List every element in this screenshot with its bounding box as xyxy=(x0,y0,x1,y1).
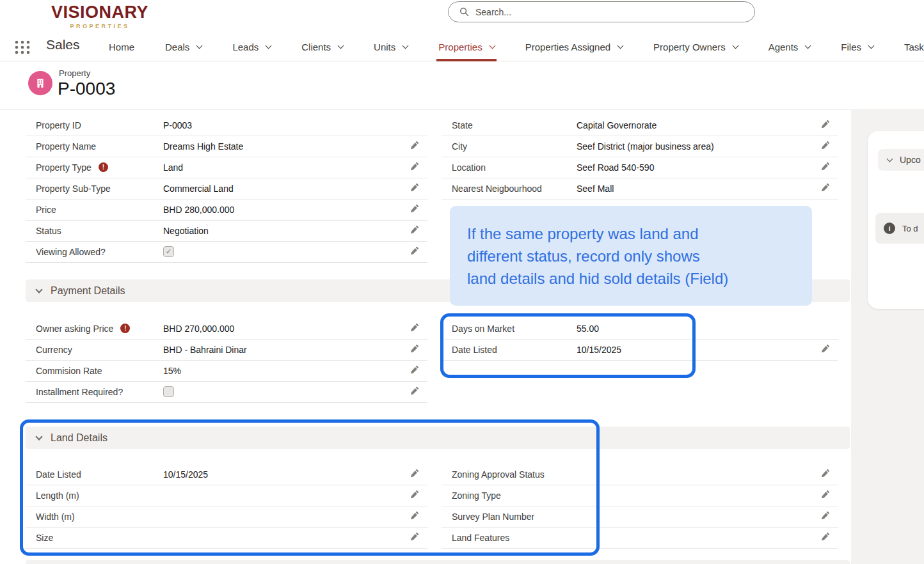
field-label: Property Name xyxy=(36,141,163,157)
field-value: Seef Mall xyxy=(577,183,614,194)
chevron-down-icon xyxy=(35,433,42,440)
edit-pencil-icon[interactable] xyxy=(410,344,419,354)
edit-pencil-icon[interactable] xyxy=(410,225,419,235)
edit-pencil-icon[interactable] xyxy=(821,469,830,479)
checkbox-unchecked[interactable] xyxy=(163,386,174,397)
field-row: Zoning Type xyxy=(442,485,838,506)
nav-tab-clients[interactable]: Clients xyxy=(301,32,343,61)
field-value: Negotiation xyxy=(163,225,209,237)
edit-pencil-icon[interactable] xyxy=(821,183,830,193)
chevron-down-icon xyxy=(805,42,811,49)
company-logo: VISIONARY PROPERTIES xyxy=(49,3,151,29)
annotation-line: land details and hid sold details (Field… xyxy=(467,267,797,290)
nav-tab-properties-assigned[interactable]: Properties Assigned xyxy=(525,32,623,61)
task-label: To d xyxy=(902,224,918,233)
nav-tab-tasks[interactable]: Tasks xyxy=(904,32,924,61)
field-row: Size xyxy=(26,528,427,549)
app-launcher-icon[interactable] xyxy=(14,39,31,56)
task-icon: i xyxy=(884,223,895,234)
field-label: Property Type! xyxy=(36,162,163,178)
edit-pencil-icon[interactable] xyxy=(821,511,830,521)
edit-pencil-icon[interactable] xyxy=(410,469,419,479)
edit-pencil-icon[interactable] xyxy=(410,141,419,151)
field-row: Date Listed10/15/2025 xyxy=(442,340,838,361)
field-label: Zoning Approval Status xyxy=(452,469,545,485)
field-value: Dreams High Estate xyxy=(163,141,243,152)
top-header: VISIONARY PROPERTIES xyxy=(0,0,924,32)
nav-tab-agents[interactable]: Agents xyxy=(769,32,811,61)
chevron-down-icon xyxy=(617,42,624,49)
chevron-down-icon xyxy=(887,156,893,162)
section-title: Land Details xyxy=(51,432,108,444)
field-row: LocationSeef Road 540-590 xyxy=(442,157,838,178)
required-info-icon: ! xyxy=(99,162,108,172)
field-label: Status xyxy=(36,225,163,241)
land-left-column: Date Listed10/15/2025Length (m)Width (m)… xyxy=(26,464,427,549)
field-row: CurrencyBHD - Bahraini Dinar xyxy=(26,340,427,361)
field-row: Length (m) xyxy=(26,485,427,506)
field-label: Nearest Neigbourhood xyxy=(452,183,545,199)
edit-pencil-icon[interactable] xyxy=(410,511,419,521)
nav-tab-home[interactable]: Home xyxy=(109,32,134,61)
field-label: Survey Plan Number xyxy=(452,511,545,527)
nav-tab-properties[interactable]: Properties xyxy=(438,32,494,61)
nav-tab-label: Files xyxy=(841,42,861,52)
edit-pencil-icon[interactable] xyxy=(821,141,830,151)
edit-pencil-icon[interactable] xyxy=(410,246,419,256)
section-title: Payment Details xyxy=(51,285,125,297)
section-header-land-details[interactable]: Land Details xyxy=(26,427,850,449)
field-label: Viewing Allowed? xyxy=(36,246,163,262)
nav-tab-label: Leads xyxy=(232,42,259,52)
field-label: Size xyxy=(36,532,163,548)
field-row: StateCapital Governorate xyxy=(442,115,838,136)
search-input[interactable] xyxy=(475,7,719,17)
field-row: Installment Required? xyxy=(26,382,427,403)
edit-pencil-icon[interactable] xyxy=(821,532,830,542)
nav-tab-deals[interactable]: Deals xyxy=(165,32,202,61)
annotation-note: If the same property was land and differ… xyxy=(450,206,812,306)
nav-tab-property-owners[interactable]: Property Owners xyxy=(653,32,738,61)
field-row: Property NameDreams High Estate xyxy=(26,136,427,157)
chevron-down-icon xyxy=(266,42,272,49)
payment-left-column: Owner asking Price!BHD 270,000.000Curren… xyxy=(26,318,427,403)
checkbox-checked[interactable]: ✓ xyxy=(163,246,174,257)
nav-tab-units[interactable]: Units xyxy=(374,32,408,61)
nav-tab-leads[interactable]: Leads xyxy=(232,32,271,61)
edit-pencil-icon[interactable] xyxy=(821,162,830,172)
nav-tabs: HomeDealsLeadsClientsUnitsPropertiesProp… xyxy=(109,32,924,61)
nav-tab-label: Properties Assigned xyxy=(525,42,610,52)
field-label: Date Listed xyxy=(36,469,163,485)
field-value: BHD - Bahraini Dinar xyxy=(163,344,247,356)
field-row: Commision Rate15% xyxy=(26,361,427,382)
edit-pencil-icon[interactable] xyxy=(410,365,419,375)
chevron-down-icon xyxy=(196,42,203,49)
edit-pencil-icon[interactable] xyxy=(410,204,419,214)
field-value: BHD 270,000.000 xyxy=(163,323,234,334)
task-item[interactable]: i To d xyxy=(875,213,924,244)
edit-pencil-icon[interactable] xyxy=(821,490,830,500)
field-row: StatusNegotiation xyxy=(26,221,427,242)
global-search[interactable] xyxy=(448,1,755,22)
app-name: Sales xyxy=(46,37,80,52)
logo-subtext: PROPERTIES xyxy=(49,23,151,29)
edit-pencil-icon[interactable] xyxy=(410,162,419,172)
edit-pencil-icon[interactable] xyxy=(821,344,830,354)
nav-tab-label: Tasks xyxy=(904,42,924,52)
field-value: 55.00 xyxy=(577,323,599,334)
chevron-down-icon xyxy=(35,286,42,293)
upcoming-label: Upco xyxy=(900,155,921,165)
edit-pencil-icon[interactable] xyxy=(821,120,830,130)
edit-pencil-icon[interactable] xyxy=(410,532,419,542)
edit-pencil-icon[interactable] xyxy=(410,183,419,193)
nav-tab-files[interactable]: Files xyxy=(841,32,873,61)
field-label: Width (m) xyxy=(36,511,163,527)
edit-pencil-icon[interactable] xyxy=(410,323,419,333)
field-row: Zoning Approval Status xyxy=(442,464,838,485)
field-row: Width (m) xyxy=(26,506,427,528)
edit-pencil-icon[interactable] xyxy=(410,490,419,500)
upcoming-overdue-toggle[interactable]: Upco xyxy=(878,149,924,171)
edit-pencil-icon[interactable] xyxy=(410,386,419,396)
field-row: Property Type!Land xyxy=(26,157,427,178)
page-title: P-0003 xyxy=(58,79,115,99)
field-label: Owner asking Price! xyxy=(36,323,163,339)
